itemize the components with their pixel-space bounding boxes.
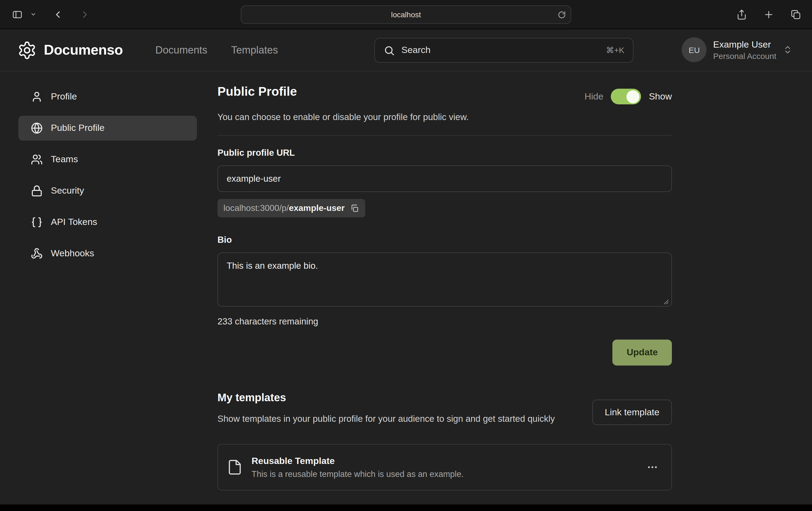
address-url: localhost [391,10,421,19]
refresh-button[interactable] [558,11,566,19]
address-bar[interactable]: localhost [241,5,571,24]
window-bottom-edge [0,505,812,511]
back-button[interactable] [50,7,65,22]
file-icon [227,459,243,476]
sidebar-item-label: Profile [51,91,77,102]
page-subtitle: You can choose to enable or disable your… [218,112,672,122]
search-shortcut: ⌘+K [606,46,624,55]
user-name: Example User [713,39,777,50]
settings-sidebar: Profile Public Profile Teams Security [19,84,197,266]
template-card[interactable]: Reusable Template This is a reusable tem… [218,444,672,491]
logo-gear-icon [17,40,37,60]
chevrons-up-down-icon [783,45,792,55]
app-header: Documenso Documents Templates Search ⌘+K… [0,29,812,71]
page-title: Public Profile [218,84,297,99]
browser-chrome: localhost [0,0,812,29]
nav-documents[interactable]: Documents [155,44,207,56]
templates-description: Show templates in your public profile fo… [218,412,575,426]
my-templates-section: My templates Show templates in your publ… [218,391,672,491]
search-bar[interactable]: Search ⌘+K [374,38,634,63]
users-icon [31,154,43,166]
bio-label: Bio [218,235,672,245]
resize-handle-icon[interactable] [663,299,669,305]
profile-url-input[interactable] [218,166,672,192]
link-prefix: localhost:3000/p/ [224,203,289,213]
sidebar-item-api-tokens[interactable]: API Tokens [19,210,197,235]
braces-icon [31,216,43,228]
forward-button[interactable] [77,7,92,22]
documenso-logo[interactable]: Documenso [17,40,123,60]
search-label: Search [401,45,600,56]
sidebar-item-profile[interactable]: Profile [19,84,197,109]
template-title: Reusable Template [252,456,643,467]
refresh-icon [558,11,566,19]
chevron-left-icon [53,9,63,20]
update-button[interactable]: Update [613,339,672,365]
template-description: This is a reusable template which is use… [252,469,643,479]
chevron-down-icon [30,11,36,17]
visibility-control: Hide Show [584,89,672,104]
sidebar-item-teams[interactable]: Teams [19,147,197,172]
top-nav: Documents Templates [155,44,278,56]
sidebar-toggle-button[interactable] [10,7,25,22]
hide-label: Hide [584,91,604,102]
share-icon [736,9,747,20]
search-icon [383,44,395,56]
nav-templates[interactable]: Templates [231,44,278,56]
user-icon [31,91,43,103]
chevron-right-icon [80,9,90,20]
account-type: Personal Account [713,51,777,60]
sidebar-item-label: Security [51,185,84,196]
sidebar-item-webhooks[interactable]: Webhooks [19,241,197,266]
user-menu[interactable]: EU Example User Personal Account [682,37,793,62]
tab-overview-button[interactable] [788,7,803,22]
sidebar-item-security[interactable]: Security [19,178,197,203]
sidebar-menu-chevron-button[interactable] [28,9,38,20]
chars-remaining: 233 characters remaining [218,316,672,327]
template-menu-button[interactable] [643,458,662,477]
share-button[interactable] [734,7,749,22]
profile-link-chip[interactable]: localhost:3000/p/ example-user [218,199,365,217]
ellipsis-icon [646,461,658,474]
divider [218,135,672,136]
webhook-icon [31,248,43,260]
avatar: EU [682,37,707,62]
copy-icon [350,204,359,213]
public-profile-settings: Public Profile Hide Show You can choose … [218,84,672,491]
brand-name: Documenso [44,42,123,58]
templates-title: My templates [218,391,575,404]
globe-icon [31,122,43,134]
sidebar-item-label: API Tokens [51,217,97,228]
sidebar-panel-icon [12,9,23,20]
show-label: Show [649,91,672,102]
toggle-knob [627,90,640,103]
link-slug: example-user [289,203,345,213]
new-tab-button[interactable] [761,7,776,22]
tabs-icon [790,9,801,20]
sidebar-item-label: Teams [51,154,78,165]
screenshot-root: localhost [0,0,812,511]
bio-textarea[interactable]: This is an example bio. [218,252,672,307]
link-template-button[interactable]: Link template [592,400,672,425]
sidebar-item-label: Webhooks [51,248,94,259]
copy-button[interactable] [350,204,359,213]
sidebar-item-label: Public Profile [51,123,105,133]
lock-icon [31,185,43,197]
plus-icon [763,9,774,20]
profile-url-label: Public profile URL [218,148,672,158]
sidebar-item-public-profile[interactable]: Public Profile [19,116,197,141]
visibility-toggle[interactable] [611,89,641,104]
